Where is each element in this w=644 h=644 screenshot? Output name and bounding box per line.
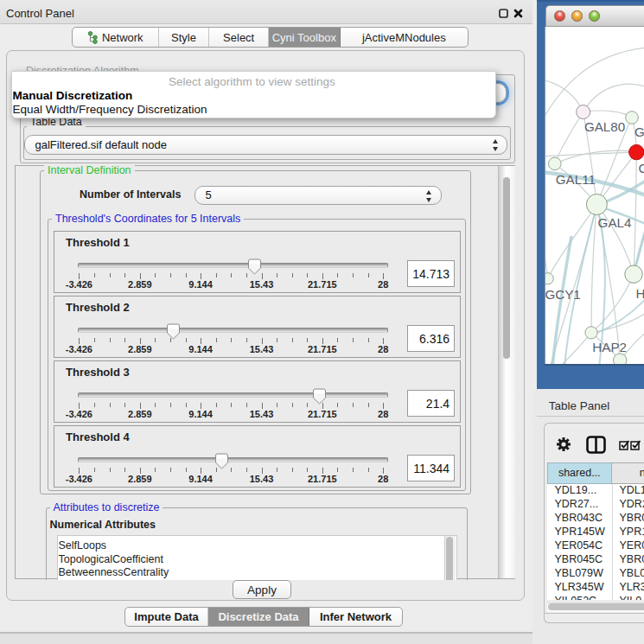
- svg-text:GAL80: GAL80: [584, 119, 625, 134]
- svg-text:H: H: [636, 286, 644, 301]
- svg-text:GA: GA: [634, 124, 644, 139]
- svg-text:GAL4: GAL4: [598, 215, 632, 230]
- svg-text:GAL11: GAL11: [556, 172, 596, 187]
- svg-text:HAP2: HAP2: [592, 340, 627, 354]
- svg-text:GCY1: GCY1: [545, 287, 581, 302]
- svg-text:C: C: [639, 161, 644, 175]
